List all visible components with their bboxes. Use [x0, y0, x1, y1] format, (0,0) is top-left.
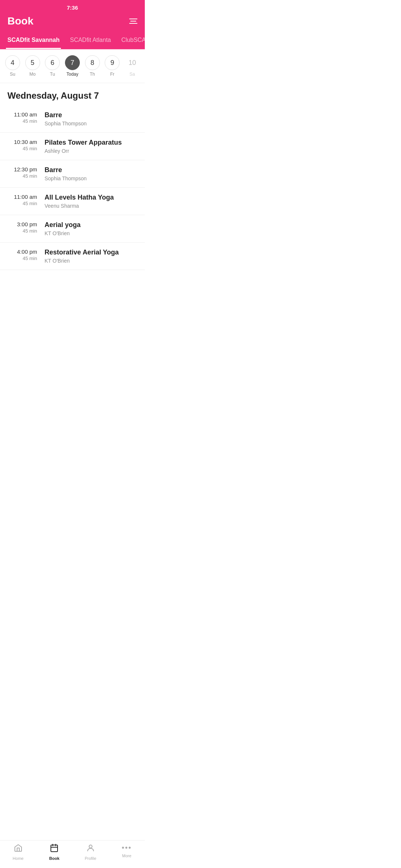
day-number: 7	[65, 55, 80, 70]
day-label: Tu	[50, 72, 55, 77]
day-number: 4	[5, 55, 20, 70]
class-name: Barre	[45, 166, 137, 174]
class-name: Aerial yoga	[45, 221, 137, 229]
class-info: Aerial yoga KT O'Brien	[45, 221, 137, 236]
class-time: 3:00 pm 45 min	[7, 221, 45, 234]
class-time-value: 3:00 pm	[7, 221, 37, 227]
calendar-day-5[interactable]: 5Mo	[24, 55, 42, 77]
filter-button[interactable]	[129, 19, 137, 24]
class-item[interactable]: 11:00 am 45 min Barre Sophia Thompson	[0, 105, 145, 133]
class-item[interactable]: 10:30 am 45 min Pilates Tower Apparatus …	[0, 133, 145, 160]
class-time-value: 11:00 am	[7, 194, 37, 200]
page-title: Book	[7, 15, 33, 27]
class-item[interactable]: 3:00 pm 45 min Aerial yoga KT O'Brien	[0, 215, 145, 243]
day-number: 9	[105, 55, 120, 70]
day-number: 8	[85, 55, 100, 70]
class-info: All Levels Hatha Yoga Veenu Sharma	[45, 194, 137, 209]
calendar-day-10[interactable]: 10Sa	[123, 55, 141, 77]
class-time: 12:30 pm 45 min	[7, 166, 45, 179]
filter-line-3	[129, 23, 137, 24]
class-instructor: Ashley Orr	[45, 148, 137, 154]
calendar-strip: 4Su5Mo6Tu7Today8Th9Fr10Sa	[0, 49, 145, 83]
class-time: 11:00 am 45 min	[7, 194, 45, 206]
day-label: Fr	[110, 72, 114, 77]
class-time-value: 10:30 am	[7, 139, 37, 145]
class-info: Barre Sophia Thompson	[45, 166, 137, 181]
status-time: 7:36	[67, 4, 78, 11]
calendar-day-4[interactable]: 4Su	[4, 55, 22, 77]
class-list: 11:00 am 45 min Barre Sophia Thompson 10…	[0, 105, 145, 270]
day-label: Sa	[130, 72, 135, 77]
calendar-day-7[interactable]: 7Today	[63, 55, 81, 77]
day-label: Su	[10, 72, 16, 77]
class-duration: 45 min	[7, 173, 37, 179]
day-label: Today	[66, 72, 78, 77]
class-time-value: 11:00 am	[7, 111, 37, 118]
class-name: Pilates Tower Apparatus	[45, 139, 137, 147]
location-tabs: SCADfit Savannah SCADfit Atlanta ClubSCA	[0, 33, 145, 49]
class-instructor: Sophia Thompson	[45, 121, 137, 126]
class-item[interactable]: 12:30 pm 45 min Barre Sophia Thompson	[0, 160, 145, 188]
calendar-day-8[interactable]: 8Th	[84, 55, 101, 77]
class-time: 10:30 am 45 min	[7, 139, 45, 151]
tab-clubsca[interactable]: ClubSCA	[120, 33, 145, 49]
day-number: 6	[45, 55, 60, 70]
class-duration: 45 min	[7, 228, 37, 234]
class-name: Barre	[45, 111, 137, 119]
calendar-day-6[interactable]: 6Tu	[43, 55, 61, 77]
class-duration: 45 min	[7, 118, 37, 124]
class-name: Restorative Aerial Yoga	[45, 249, 137, 256]
class-time-value: 4:00 pm	[7, 249, 37, 255]
class-duration: 45 min	[7, 201, 37, 206]
class-info: Restorative Aerial Yoga KT O'Brien	[45, 249, 137, 264]
class-instructor: Sophia Thompson	[45, 175, 137, 181]
tab-atlanta[interactable]: SCADfit Atlanta	[68, 33, 112, 49]
status-bar: 7:36	[0, 0, 145, 12]
class-item[interactable]: 4:00 pm 45 min Restorative Aerial Yoga K…	[0, 243, 145, 270]
tab-savannah[interactable]: SCADfit Savannah	[6, 33, 61, 49]
day-label: Mo	[29, 72, 36, 77]
date-heading: Wednesday, August 7	[0, 83, 145, 105]
class-item[interactable]: 11:00 am 45 min All Levels Hatha Yoga Ve…	[0, 188, 145, 215]
class-duration: 45 min	[7, 146, 37, 151]
class-instructor: KT O'Brien	[45, 230, 137, 236]
class-instructor: KT O'Brien	[45, 258, 137, 264]
class-duration: 45 min	[7, 256, 37, 261]
main-content: 4Su5Mo6Tu7Today8Th9Fr10Sa Wednesday, Aug…	[0, 49, 145, 300]
class-name: All Levels Hatha Yoga	[45, 194, 137, 201]
filter-line-1	[129, 19, 137, 19]
class-info: Pilates Tower Apparatus Ashley Orr	[45, 139, 137, 154]
class-instructor: Veenu Sharma	[45, 203, 137, 209]
class-time: 11:00 am 45 min	[7, 111, 45, 124]
class-time-value: 12:30 pm	[7, 166, 37, 172]
day-number: 10	[125, 55, 140, 70]
class-info: Barre Sophia Thompson	[45, 111, 137, 126]
day-label: Th	[90, 72, 95, 77]
filter-line-2	[130, 21, 136, 22]
day-number: 5	[25, 55, 40, 70]
calendar-day-9[interactable]: 9Fr	[104, 55, 121, 77]
app-header: Book	[0, 12, 145, 33]
class-time: 4:00 pm 45 min	[7, 249, 45, 261]
